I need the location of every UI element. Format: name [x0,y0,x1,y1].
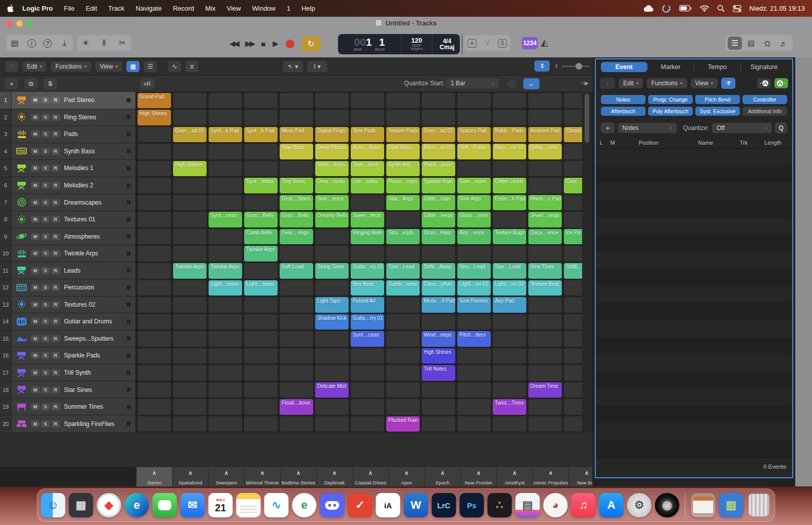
loop-cell-region[interactable]: Soft Lead [280,263,313,279]
loop-cell-empty[interactable] [244,263,278,279]
track-name[interactable]: Sweeps...Sputters [64,335,126,342]
track-s-button[interactable]: S [41,250,50,257]
midi-out-button[interactable]: › [774,78,788,88]
loop-cell-region[interactable]: Light…on 02 [493,280,526,296]
loop-cell-empty[interactable] [493,348,526,364]
loop-cell-region[interactable]: Sine Flurries [457,297,491,313]
scene-name[interactable]: New Beg [569,479,592,486]
loop-cell-empty[interactable] [138,144,171,159]
loop-cell-empty[interactable] [280,348,313,364]
loop-cell-empty[interactable] [457,93,491,109]
loop-cell-region[interactable]: Pluck…pace [422,161,455,177]
loop-cell-empty[interactable] [244,382,278,398]
loop-cell-empty[interactable] [386,348,420,364]
loop-cell-empty[interactable] [138,212,171,227]
track-row[interactable]: 17MSRTrill Synth [0,365,136,382]
loop-cell-region[interactable]: Trill Notes [422,365,455,381]
loop-cell-empty[interactable] [280,331,313,347]
loop-cell-region[interactable]: Pulsed Air [351,297,384,313]
loop-cell-empty[interactable] [280,280,313,296]
scene-name[interactable]: Daybreak [317,479,353,486]
track-name[interactable]: Textures 01 [64,216,126,223]
editors-scissors-icon[interactable]: ✂ [117,37,128,49]
loop-cell-empty[interactable] [280,161,313,177]
loop-cell-empty[interactable] [209,365,242,381]
loop-cell-region[interactable]: Stru…Lead [457,263,491,279]
track-name[interactable]: Trill Synth [64,369,126,376]
region-inspector-button[interactable]: ≡R [140,78,154,89]
track-r-button[interactable]: R [51,96,60,104]
loop-cell-empty[interactable] [493,110,526,125]
loop-cell-region[interactable]: Ringing Bells [351,229,384,245]
loop-cell-region[interactable]: Sine…ence [315,195,349,211]
track-name[interactable]: Melodies 2 [64,182,126,189]
track-r-button[interactable]: R [51,130,60,138]
loop-cell-empty[interactable] [173,93,207,109]
loop-cell-empty[interactable] [280,416,313,432]
loop-cell-empty[interactable] [280,246,313,261]
loop-cell-region[interactable]: Tumb…rums [386,280,420,296]
loop-cell-empty[interactable] [209,399,242,415]
event-view-menu[interactable]: View▾ [691,78,718,88]
track-instrument-icon[interactable] [12,419,31,429]
loop-cell-empty[interactable] [173,365,207,381]
dock-icon-notes[interactable] [236,493,261,517]
loop-cell-region[interactable]: Light Taps [315,297,349,313]
loop-cell-region[interactable]: Synth Arp [386,161,420,177]
loop-cell-empty[interactable] [493,161,526,177]
dock-icon-calendar[interactable]: MAJ21 [209,493,233,517]
loop-cell-region[interactable]: Guita…rry 01 [351,263,384,279]
event-filter-aftertouch[interactable]: Aftertouch [601,107,646,116]
rows-view-button[interactable]: ☰ [144,61,157,72]
loop-cell-empty[interactable] [209,195,242,211]
loop-cell-empty[interactable] [386,297,420,313]
loop-cell-empty[interactable] [386,382,420,398]
smart-controls-icon[interactable]: ☀ [80,37,91,49]
dock-icon-system-settings[interactable]: ⚙ [627,493,652,517]
loop-cell-empty[interactable] [244,314,278,330]
loop-cell-region[interactable]: Delicate Mist [315,382,349,398]
loop-cell-region[interactable]: Vinta…Keys [315,161,349,177]
loop-cell-region[interactable]: Sine Pads [351,127,384,143]
loop-cell-empty[interactable] [564,399,582,415]
track-m-button[interactable]: M [31,386,40,393]
loop-cell-region[interactable]: Tiny Sines [280,178,313,193]
track-row[interactable]: 11MSRLeads [0,262,136,279]
dock-icon-davinci-resolve[interactable]: ∴ [488,493,512,517]
loop-cell-empty[interactable] [493,365,526,381]
loop-cell-region[interactable]: Gest…Sines [280,195,313,211]
metronome-icon[interactable]: ◭ [541,37,548,48]
ibeam-tool-menu[interactable]: I▾ [307,61,327,72]
loop-cell-empty[interactable] [351,399,384,415]
loop-cell-region[interactable]: Plucked Rain [386,416,420,432]
track-s-button[interactable]: S [41,386,50,393]
loop-cell-region[interactable]: Swee…fects [351,212,384,227]
track-m-button[interactable]: M [31,148,40,155]
loop-cell-empty[interactable] [457,161,491,177]
loop-cell-empty[interactable] [244,144,278,159]
loop-cell-empty[interactable] [528,331,562,347]
loop-cell-empty[interactable] [315,110,349,125]
loop-cell-region[interactable]: Synt…cean [351,331,384,347]
track-r-button[interactable]: R [51,148,60,155]
dock-icon-window-preview[interactable] [691,493,716,517]
loop-cell-empty[interactable] [528,161,562,177]
dock-icon-finder[interactable]: ☺ [41,493,65,517]
loop-cell-empty[interactable] [209,331,242,347]
loop-cell-empty[interactable] [564,246,582,261]
event-panel-tab-tempo[interactable]: Tempo [694,62,740,72]
loop-cell-region[interactable]: Star…Arps [386,195,420,211]
track-name[interactable]: Guitar and Drums [64,318,126,325]
track-name[interactable]: Summer Tines [64,403,126,410]
loop-cell-empty[interactable] [209,93,242,109]
track-row[interactable]: 10MSRTwinkle Arps [0,245,136,262]
midi-in-button[interactable]: › [757,78,771,88]
loop-cell-empty[interactable] [315,399,349,415]
track-instrument-icon[interactable] [12,112,31,122]
loop-cell-region[interactable]: Pitch…tters [457,331,491,347]
dock-icon-launchpad[interactable]: ▦ [69,493,93,517]
loop-cell-empty[interactable] [564,93,582,109]
loop-cell-empty[interactable] [386,365,420,381]
loop-cell-empty[interactable] [351,195,384,211]
track-s-button[interactable]: S [41,267,50,274]
